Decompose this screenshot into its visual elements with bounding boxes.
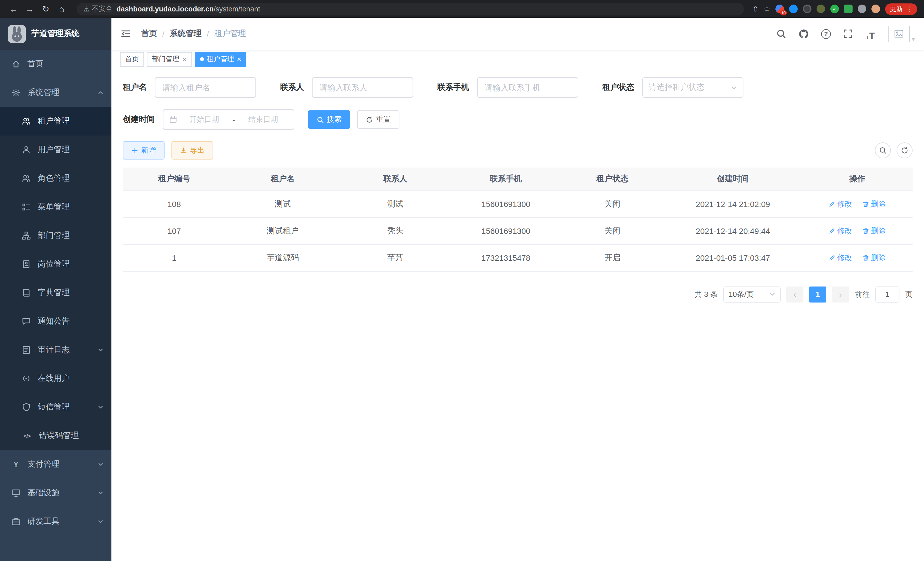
- filter-label: 创建时间: [123, 114, 155, 125]
- breadcrumb-system[interactable]: 系统管理: [170, 29, 202, 39]
- delete-button[interactable]: 删除: [862, 226, 886, 236]
- fullscreen-icon[interactable]: [842, 27, 855, 41]
- sidebar-logo[interactable]: 芋道管理系统: [0, 18, 111, 50]
- sidebar-item-sms[interactable]: 短信管理: [0, 393, 111, 421]
- extension-icon[interactable]: [817, 5, 825, 13]
- browser-toolbar: ← → ↻ ⌂ ⚠ 不安全 dashboard.yudao.iocoder.cn…: [0, 0, 924, 18]
- extensions-puzzle-icon[interactable]: [858, 5, 866, 13]
- tab-dept[interactable]: 部门管理 ×: [147, 52, 192, 67]
- url-path: /system/tenant: [214, 5, 260, 13]
- header-search-icon[interactable]: [775, 27, 788, 41]
- github-icon[interactable]: [797, 27, 811, 41]
- edit-button[interactable]: 修改: [829, 253, 852, 263]
- sidebar-item-menu[interactable]: 菜单管理: [0, 193, 111, 221]
- profile-avatar[interactable]: [872, 5, 880, 13]
- extension-icon[interactable]: ✓: [830, 5, 839, 13]
- sidebar-item-label: 角色管理: [38, 173, 70, 183]
- font-large-glyph: T: [869, 32, 875, 41]
- edit-button[interactable]: 修改: [829, 226, 852, 236]
- date-range-picker[interactable]: 开始日期 - 结束日期: [163, 109, 294, 130]
- user-avatar-dropdown[interactable]: ▾: [888, 26, 915, 42]
- security-chip[interactable]: ⚠ 不安全: [83, 4, 112, 14]
- cell-tenant-id: 1: [123, 244, 225, 271]
- search-icon: [316, 116, 324, 123]
- cell-contact: 测试: [340, 190, 451, 217]
- sidebar-item-errcode[interactable]: </> 错误码管理: [0, 421, 111, 450]
- browser-menu-icon[interactable]: ⋮: [906, 5, 913, 13]
- logo-avatar: [8, 25, 26, 43]
- tab-close-icon[interactable]: ×: [237, 56, 241, 63]
- system-submenu: 租户管理 用户管理 角色管理 菜单管理: [0, 107, 111, 450]
- sidebar-item-online[interactable]: 在线用户: [0, 364, 111, 393]
- refresh-table-button[interactable]: [897, 142, 913, 158]
- reset-button[interactable]: 重置: [357, 110, 399, 129]
- filter-row-1: 租户名 联系人 联系手机 租户状态 请选择租户状态: [123, 77, 913, 98]
- tab-tenant[interactable]: 租户管理 ×: [195, 52, 246, 67]
- delete-button[interactable]: 删除: [862, 199, 886, 209]
- edit-label: 修改: [837, 253, 852, 263]
- user-icon: [22, 145, 31, 154]
- filter-mobile: 联系手机: [437, 77, 578, 98]
- sidebar-item-system[interactable]: 系统管理: [0, 78, 111, 107]
- tenant-name-input[interactable]: [155, 77, 256, 98]
- date-start-placeholder: 开始日期: [179, 114, 229, 125]
- browser-back-button[interactable]: ←: [7, 2, 21, 16]
- extension-icon[interactable]: 10: [776, 5, 784, 13]
- security-label: 不安全: [92, 4, 112, 14]
- next-page-button[interactable]: ›: [832, 286, 849, 302]
- bookmark-star-icon[interactable]: ☆: [764, 5, 770, 13]
- help-icon[interactable]: ?: [819, 27, 833, 41]
- sidebar-collapse-icon[interactable]: [121, 29, 131, 39]
- goto-page-input[interactable]: [875, 286, 899, 302]
- sidebar-item-audit[interactable]: 审计日志: [0, 336, 111, 364]
- browser-reload-button[interactable]: ↻: [39, 2, 52, 16]
- sidebar-item-dict[interactable]: 字典管理: [0, 278, 111, 307]
- monitor-icon: [11, 488, 21, 498]
- sidebar-item-role[interactable]: 角色管理: [0, 164, 111, 193]
- browser-forward-button[interactable]: →: [23, 2, 37, 16]
- delete-button[interactable]: 删除: [862, 253, 886, 263]
- home-icon: [11, 59, 21, 69]
- sidebar-item-dept[interactable]: 部门管理: [0, 221, 111, 250]
- sidebar-item-infra[interactable]: 基础设施: [0, 479, 111, 507]
- status-select[interactable]: 请选择租户状态: [642, 77, 743, 98]
- filter-label: 联系手机: [437, 82, 469, 93]
- tab-label: 首页: [125, 54, 139, 64]
- contact-input[interactable]: [312, 77, 413, 98]
- tab-home[interactable]: 首页: [120, 52, 144, 67]
- browser-home-button[interactable]: ⌂: [55, 2, 69, 16]
- edit-button[interactable]: 修改: [829, 199, 852, 209]
- toolbar-right: [875, 142, 913, 158]
- toggle-search-button[interactable]: [875, 142, 891, 158]
- col-contact: 联系人: [340, 168, 451, 190]
- chevron-down-icon: [98, 462, 104, 467]
- sidebar-item-notice[interactable]: 通知公告: [0, 307, 111, 336]
- tab-close-icon[interactable]: ×: [182, 56, 187, 63]
- reset-button-label: 重置: [376, 114, 391, 125]
- search-button[interactable]: 搜索: [308, 110, 350, 129]
- sidebar-item-tenant[interactable]: 租户管理: [0, 107, 111, 135]
- extension-icon[interactable]: [803, 5, 812, 13]
- page-size-select[interactable]: 10条/页: [723, 286, 781, 302]
- extension-icon[interactable]: [789, 5, 798, 13]
- sidebar-item-post[interactable]: 岗位管理: [0, 250, 111, 278]
- sidebar-item-pay[interactable]: ¥ 支付管理: [0, 450, 111, 479]
- app-shell: 芋道管理系统 首页 系统管理 租户管理: [0, 18, 924, 561]
- add-button[interactable]: 新增: [123, 141, 165, 159]
- extension-icon[interactable]: [844, 5, 853, 13]
- share-icon[interactable]: ⇧: [752, 5, 759, 13]
- breadcrumb-home[interactable]: 首页: [141, 29, 157, 39]
- mobile-input[interactable]: [477, 77, 578, 98]
- address-bar[interactable]: ⚠ 不安全 dashboard.yudao.iocoder.cn/system/…: [76, 3, 744, 15]
- sidebar-item-user[interactable]: 用户管理: [0, 135, 111, 164]
- select-placeholder: 请选择租户状态: [649, 82, 705, 93]
- sidebar-item-dev[interactable]: 研发工具: [0, 507, 111, 536]
- prev-page-button[interactable]: ‹: [786, 286, 803, 302]
- sidebar-item-home[interactable]: 首页: [0, 50, 111, 78]
- chrome-update-button[interactable]: 更新 ⋮: [885, 3, 917, 15]
- page-number-1[interactable]: 1: [809, 286, 826, 302]
- font-size-icon[interactable]: тT: [864, 27, 878, 41]
- cell-status: 开启: [561, 244, 664, 271]
- update-label: 更新: [890, 5, 903, 13]
- export-button[interactable]: 导出: [171, 141, 213, 159]
